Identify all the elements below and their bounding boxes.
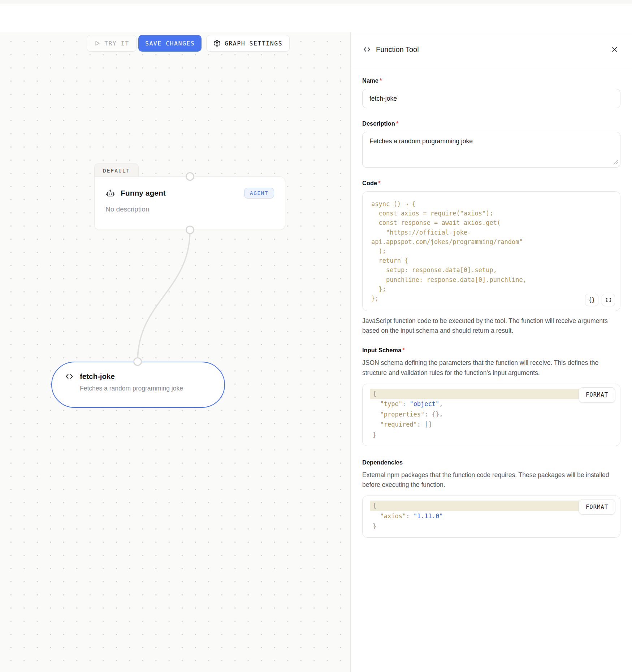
top-bar xyxy=(0,5,632,32)
code-line: return { xyxy=(371,256,611,265)
play-icon xyxy=(94,40,100,47)
window-top-strip xyxy=(0,0,632,4)
canvas-toolbar: TRY IT SAVE CHANGES GRAPH SETTINGS xyxy=(0,35,350,52)
name-label: Name* xyxy=(362,77,620,84)
code-field-group: Code* async () ⇒ { const axios = require… xyxy=(362,180,620,336)
graph-settings-button[interactable]: GRAPH SETTINGS xyxy=(206,35,290,52)
tool-node-fetch-joke[interactable]: fetch-joke Fetches a random programming … xyxy=(51,362,225,408)
expand-icon xyxy=(606,297,611,303)
code-icon xyxy=(363,45,371,53)
code-line: } xyxy=(363,430,620,440)
format-braces-button[interactable]: {} xyxy=(585,294,598,306)
function-tool-panel: Function Tool Name* Description* Fetches… xyxy=(350,32,632,672)
format-button[interactable]: FORMAT xyxy=(579,499,615,515)
format-button[interactable]: FORMAT xyxy=(579,387,615,403)
panel-body: Name* Description* Fetches a random prog… xyxy=(351,67,632,538)
required-marker: * xyxy=(380,77,382,84)
gear-icon xyxy=(213,40,221,47)
required-marker: * xyxy=(402,347,404,353)
tool-node-top-handle[interactable] xyxy=(133,357,142,366)
code-line: punchline: response.data[0].punchline, xyxy=(371,275,611,284)
code-line: const axios = require("axios"); xyxy=(371,209,611,218)
robot-icon xyxy=(105,188,115,198)
agent-node[interactable]: Funny agent AGENT No description xyxy=(94,176,285,230)
required-marker: * xyxy=(396,120,398,127)
code-line: "properties": {}, xyxy=(363,409,620,420)
code-line: const response = await axios.get( xyxy=(371,218,611,227)
required-marker: * xyxy=(378,180,380,186)
tool-node-title: fetch-joke xyxy=(80,372,115,381)
code-line: { xyxy=(370,389,580,399)
agent-node-description: No description xyxy=(105,205,274,213)
close-panel-button[interactable] xyxy=(610,44,620,54)
agent-badge: AGENT xyxy=(244,188,274,198)
app-root: TRY IT SAVE CHANGES GRAPH SETTINGS DEFAU… xyxy=(0,0,632,672)
code-line: { xyxy=(370,501,580,511)
code-line: ); xyxy=(371,246,611,256)
code-line: async () ⇒ { xyxy=(371,199,611,209)
code-line: }; xyxy=(371,284,611,294)
input-schema-label: Input Schema* xyxy=(362,347,620,354)
name-field-group: Name* xyxy=(362,77,620,108)
code-line: api.appspot.com/jokes/programming/random… xyxy=(371,237,611,246)
try-it-button[interactable]: TRY IT xyxy=(87,35,137,52)
description-textarea[interactable]: Fetches a random programming joke xyxy=(362,132,620,168)
code-editor[interactable]: async () ⇒ { const axios = require("axio… xyxy=(362,191,620,311)
agent-node-title: Funny agent xyxy=(121,189,166,197)
dependencies-help-text: External npm packages that the function … xyxy=(362,470,620,490)
code-line: }; xyxy=(371,294,611,303)
code-line: setup: response.data[0].setup, xyxy=(371,265,611,275)
name-input[interactable] xyxy=(362,89,620,108)
panel-header: Function Tool xyxy=(351,32,632,67)
graph-canvas[interactable]: TRY IT SAVE CHANGES GRAPH SETTINGS DEFAU… xyxy=(0,32,350,672)
agent-node-bottom-handle[interactable] xyxy=(186,226,194,234)
code-help-text: JavaScript function code to be executed … xyxy=(362,316,620,336)
description-field-group: Description* Fetches a random programmin… xyxy=(362,120,620,168)
code-label: Code* xyxy=(362,180,620,187)
dependencies-label: Dependencies xyxy=(362,459,620,466)
tool-node-description: Fetches a random programming joke xyxy=(80,385,212,392)
code-icon xyxy=(65,372,74,381)
code-line: } xyxy=(363,521,620,532)
x-icon xyxy=(611,46,618,53)
expand-editor-button[interactable] xyxy=(602,294,615,306)
code-line: "https://official-joke- xyxy=(371,228,611,237)
input-schema-help-text: JSON schema defining the parameters that… xyxy=(362,358,620,378)
try-it-label: TRY IT xyxy=(104,40,129,47)
panel-title: Function Tool xyxy=(376,45,419,54)
dependencies-field-group: Dependencies External npm packages that … xyxy=(362,459,620,538)
edge-agent-to-tool xyxy=(0,32,350,672)
save-changes-label: SAVE CHANGES xyxy=(145,40,195,47)
agent-node-top-handle[interactable] xyxy=(186,172,194,181)
save-changes-button[interactable]: SAVE CHANGES xyxy=(138,35,202,52)
code-line: "required": [] xyxy=(363,419,620,430)
agent-node-tab: DEFAULT xyxy=(94,163,139,177)
input-schema-editor[interactable]: { "type": "object", "properties": {}, "r… xyxy=(362,384,620,446)
graph-settings-label: GRAPH SETTINGS xyxy=(225,40,282,47)
input-schema-field-group: Input Schema* JSON schema defining the p… xyxy=(362,347,620,446)
dependencies-editor[interactable]: { "axios": "1.11.0"}FORMAT xyxy=(362,496,620,538)
description-label: Description* xyxy=(362,120,620,127)
